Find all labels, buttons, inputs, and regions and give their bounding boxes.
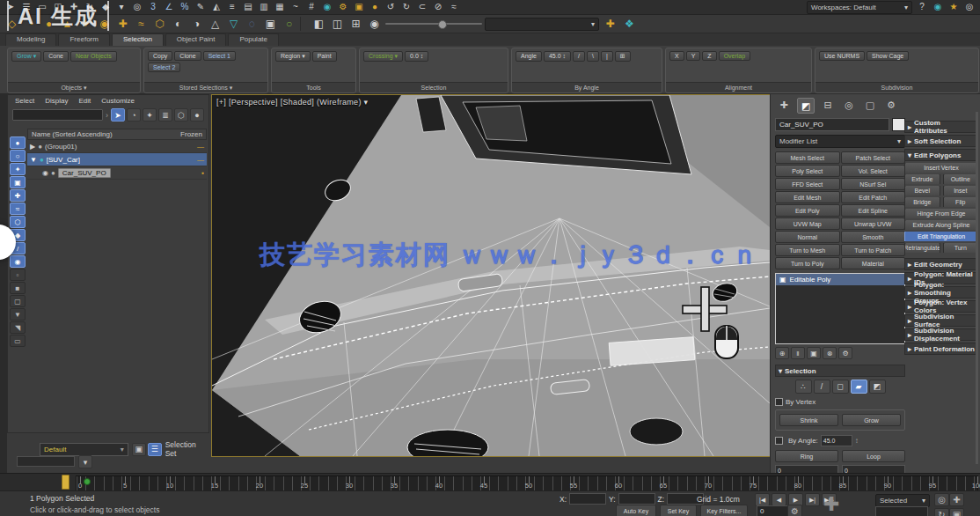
collapse-all-icon[interactable]: ◥ <box>10 321 26 334</box>
ribbon-button[interactable]: Angle <box>516 51 542 62</box>
maximize-viewport-icon[interactable]: ▣ <box>949 508 964 516</box>
column-header-name[interactable]: Name (Sorted Ascending) <box>32 130 113 138</box>
scene-explorer-icon[interactable]: ▤ <box>241 1 255 13</box>
ribbon-button[interactable]: Clone <box>174 51 201 61</box>
modifier-list-dropdown[interactable]: Modifier List ▾ <box>775 135 905 148</box>
render-setup-icon[interactable]: ⚙ <box>336 1 350 13</box>
rendered-frame-icon[interactable]: ▣ <box>352 1 366 13</box>
modifier-button[interactable]: Normal <box>775 231 840 243</box>
ribbon-tab-modeling[interactable]: Modeling <box>5 33 56 46</box>
select-link-icon[interactable]: ⊂ <box>415 1 429 13</box>
asset-tracking-icon[interactable]: ◌ <box>244 17 260 32</box>
expander-icon[interactable]: ▶ <box>30 143 35 151</box>
material-editor-icon[interactable]: ◉ <box>320 1 334 13</box>
ribbon-button[interactable]: ⊞ <box>615 51 631 62</box>
pan-cross-icon[interactable]: ✚ <box>823 493 839 516</box>
time-ruler[interactable]: 0510152025303540455055606570758085909510… <box>76 475 978 491</box>
object-color-swatch[interactable] <box>892 118 905 131</box>
favorites-icon[interactable]: ★ <box>947 1 961 13</box>
ribbon-tab-freeform[interactable]: Freeform <box>58 33 109 46</box>
key-mode-toggle-icon[interactable]: ⚙ <box>787 505 802 516</box>
next-frame-icon[interactable]: ▶| <box>805 493 820 506</box>
explorer-menu-edit[interactable]: Edit <box>78 97 91 105</box>
modifier-button[interactable]: Edit Patch <box>841 191 906 203</box>
unlink-icon[interactable]: ⊘ <box>431 1 445 13</box>
populate-icon[interactable]: ○ <box>281 17 297 32</box>
pan-icon[interactable]: ✚ <box>949 493 964 506</box>
named-selection-set-dropdown[interactable]: Default ▾ <box>40 443 128 456</box>
display-containers-icon[interactable]: ◉ <box>10 255 26 268</box>
leaf-icon[interactable]: ❖ <box>621 17 638 32</box>
explorer-menu-customize[interactable]: Customize <box>101 97 135 105</box>
undo-icon[interactable]: ↺ <box>384 1 398 13</box>
modifier-button[interactable]: Poly Select <box>775 165 840 177</box>
modifier-button[interactable]: Turn to Patch <box>841 244 906 256</box>
viewport-quality-slider[interactable] <box>385 23 482 25</box>
edit-polygons-bevel[interactable]: Bevel <box>904 186 940 195</box>
rollout-subdivision-surface[interactable]: ▸Subdivision Surface <box>904 314 978 327</box>
edit-polygons-flip[interactable]: Flip <box>943 197 979 207</box>
display-helpers-icon[interactable]: ✚ <box>10 189 26 202</box>
ribbon-button[interactable]: \ <box>587 51 599 62</box>
ribbon-tab-object-paint[interactable]: Object Paint <box>165 33 227 46</box>
selection-rollout-header[interactable]: ▾ Selection <box>775 365 905 377</box>
element-icon[interactable]: ◩ <box>869 380 886 394</box>
ribbon-button[interactable]: | <box>601 51 613 62</box>
ribbon-button[interactable]: Cone <box>43 51 69 62</box>
selected-dropdown[interactable]: Selected ▾ <box>875 494 930 507</box>
display-shapes-icon[interactable]: ○ <box>10 150 26 162</box>
key-filters-button[interactable]: Key Filters... <box>700 505 748 516</box>
ribbon-button[interactable]: 45.0 ↕ <box>544 51 571 62</box>
ref-coord-icon[interactable]: ▾ <box>114 1 128 13</box>
modifier-button[interactable]: Vol. Select <box>841 165 906 177</box>
mirror-icon[interactable]: ◭ <box>209 1 223 13</box>
ribbon-button[interactable]: / <box>573 51 585 62</box>
render-production-icon[interactable]: ● <box>368 1 382 13</box>
orbit-icon[interactable]: ↻ <box>934 508 949 516</box>
pick-mode-icon[interactable]: ▭ <box>10 335 26 347</box>
ribbon-tab-populate[interactable]: Populate <box>228 33 279 46</box>
edit-polygons-insert-vertex[interactable]: Insert Vertex <box>904 163 978 173</box>
select-invert-icon[interactable]: ▢ <box>10 295 26 307</box>
rollout-edit-polygons[interactable]: ▾Edit Polygons <box>904 149 978 161</box>
rollout-edit-geometry[interactable]: ▸Edit Geometry <box>904 258 978 270</box>
display-cameras-icon[interactable]: ▣ <box>10 176 26 188</box>
ribbon-button[interactable]: Paint <box>312 51 337 62</box>
modifier-button[interactable]: NSurf Sel <box>841 178 906 190</box>
community-icon[interactable]: ◉ <box>931 1 945 13</box>
coord-field-x[interactable] <box>569 493 606 505</box>
schematic-view-icon[interactable]: # <box>304 1 318 13</box>
explorer-footer-button[interactable]: ▾ <box>78 455 92 468</box>
edge-icon[interactable]: / <box>814 380 830 394</box>
edit-set-icon[interactable]: ☰ <box>148 443 162 456</box>
hierarchy-tab-icon[interactable]: ⊟ <box>820 98 836 112</box>
remove-modifier-icon[interactable]: ⊗ <box>823 347 837 359</box>
edit-polygons-turn[interactable]: Turn <box>943 243 979 253</box>
modifier-button[interactable]: UVW Map <box>775 217 840 230</box>
coord-field-y[interactable] <box>618 493 655 505</box>
ribbon-button[interactable]: Select 2 <box>148 63 180 72</box>
vray-a-icon[interactable]: ◐ <box>170 17 186 32</box>
column-header-frozen[interactable]: Frozen <box>180 130 202 138</box>
explorer-search-input[interactable] <box>12 109 103 121</box>
explorer-menu-select[interactable]: Select <box>15 97 34 105</box>
modifier-button[interactable]: Material <box>841 257 906 269</box>
viewport-layout-icon[interactable]: ◧ <box>311 17 327 32</box>
spinner-arrows-icon[interactable]: ↕ <box>855 437 859 445</box>
create-tab-icon[interactable]: ✚ <box>776 98 792 112</box>
polygon-icon[interactable]: ▰ <box>851 380 867 394</box>
systems-icon[interactable]: ⬡ <box>151 17 168 32</box>
motion-tab-icon[interactable]: ◎ <box>841 98 857 112</box>
edit-polygons-extrude-along-spline[interactable]: Extrude Along Spline <box>904 220 978 230</box>
spacewarp-icon[interactable]: ≈ <box>133 17 150 32</box>
isolate-eye-icon[interactable]: ◉ <box>366 17 383 32</box>
pan-hand-icon[interactable]: ✚ <box>602 17 618 32</box>
arnold-icon[interactable]: △ <box>207 17 223 32</box>
display-spacewarps-icon[interactable]: ≈ <box>10 203 26 215</box>
modifier-button[interactable]: Smooth <box>841 231 906 243</box>
redo-icon[interactable]: ↻ <box>399 1 413 13</box>
border-icon[interactable]: ◻ <box>832 380 849 394</box>
pick-parent-icon[interactable]: ⬡ <box>174 108 188 122</box>
rollout-subdivision-displacement[interactable]: ▸Subdivision Displacement <box>904 328 978 341</box>
display-tab-icon[interactable]: ▢ <box>862 98 878 112</box>
